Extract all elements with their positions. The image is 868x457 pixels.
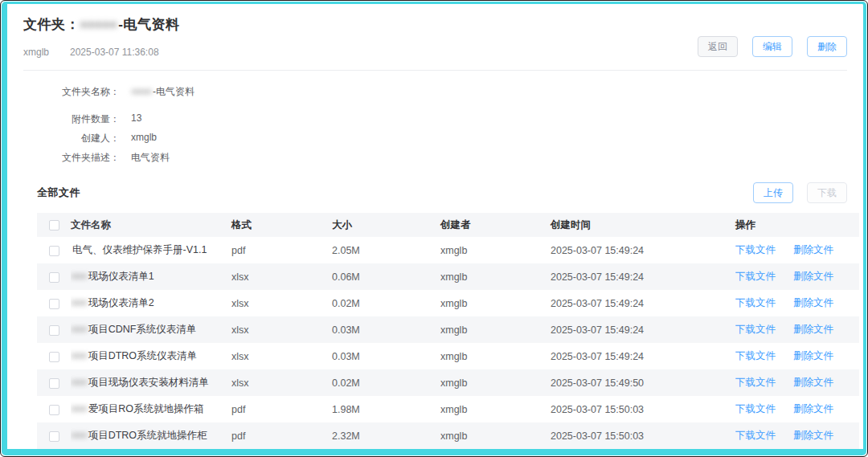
download-file-link[interactable]: 下载文件 (735, 297, 776, 308)
file-name: 项目DTRO系统仪表清单 (88, 350, 197, 361)
file-actions-cell: 下载文件删除文件 (735, 396, 859, 422)
file-creator: xmglb (440, 237, 551, 263)
detail-value: 13 (131, 112, 141, 126)
delete-file-link[interactable]: 删除文件 (793, 324, 833, 335)
redacted-text: ■■■ (71, 271, 87, 282)
select-all-checkbox[interactable] (49, 220, 59, 231)
header-button-group: 返回 编辑 删除 (698, 36, 847, 57)
back-button[interactable]: 返回 (698, 36, 738, 57)
file-actions-cell: 下载文件删除文件 (735, 369, 859, 396)
file-size: 2.05M (332, 237, 440, 263)
file-created-time: 2025-03-07 15:49:50 (551, 369, 735, 396)
table-row: 电气、仪表维护保养手册-V1.1 pdf 2.05M xmglb 2025-03… (37, 237, 859, 263)
detail-row-folder-name: 文件夹名称： ■■■■-电气资料 (23, 85, 847, 99)
file-creator: xmglb (440, 369, 551, 396)
file-format: pdf (231, 422, 332, 449)
delete-file-link[interactable]: 删除文件 (793, 271, 833, 282)
file-size: 0.03M (332, 316, 440, 343)
file-format: pdf (231, 237, 332, 263)
file-created-time: 2025-03-07 15:49:24 (551, 290, 735, 316)
file-name: 现场仪表清单2 (88, 297, 154, 308)
window-frame: 文件夹：■■■■■-电气资料 xmglb 2025-03-07 11:36:08… (0, 0, 868, 457)
file-name-cell: ■■■爱项目RO系统就地操作箱 (71, 396, 231, 422)
file-name: 爱项目RO系统就地操作箱 (88, 403, 204, 414)
row-checkbox[interactable] (49, 405, 59, 415)
table-row: ■■■项目DTRO系统仪表清单 xlsx 0.03M xmglb 2025-03… (37, 343, 859, 369)
header-file-name: 文件名称 (71, 213, 231, 237)
file-table-body: 电气、仪表维护保养手册-V1.1 pdf 2.05M xmglb 2025-03… (37, 237, 859, 449)
file-name-cell: ■■■现场仪表清单1 (71, 263, 231, 290)
delete-file-link[interactable]: 删除文件 (793, 377, 833, 388)
download-file-link[interactable]: 下载文件 (735, 350, 776, 361)
file-name-cell: ■■■项目DTRO系统仪表清单 (71, 343, 231, 369)
redacted-text: ■■■ (71, 403, 87, 414)
file-format: pdf (231, 396, 332, 422)
file-size: 0.02M (332, 369, 440, 396)
file-created-time: 2025-03-07 15:49:24 (551, 263, 735, 290)
file-format: xlsx (231, 343, 332, 369)
file-creator: xmglb (440, 263, 551, 290)
row-checkbox[interactable] (49, 378, 59, 389)
detail-label: 文件夹名称： (23, 85, 120, 99)
file-created-time: 2025-03-07 15:49:24 (551, 343, 735, 369)
files-section-title: 全部文件 (37, 186, 80, 200)
upload-button[interactable]: 上传 (753, 182, 793, 203)
download-file-link[interactable]: 下载文件 (735, 430, 776, 441)
delete-file-link[interactable]: 删除文件 (793, 244, 833, 255)
file-size: 1.98M (332, 396, 440, 422)
row-checkbox[interactable] (49, 299, 59, 309)
file-format: xlsx (231, 369, 332, 396)
redacted-text: ■■■ (71, 297, 87, 308)
delete-file-link[interactable]: 删除文件 (793, 430, 833, 441)
title-suffix: -电气资料 (118, 17, 179, 32)
table-row: ■■■项目DTRO系统就地操作柜 pdf 2.32M xmglb 2025-03… (37, 422, 859, 449)
file-name: 项目DTRO系统就地操作柜 (88, 430, 207, 441)
table-row: ■■■现场仪表清单1 xlsx 0.06M xmglb 2025-03-07 1… (37, 263, 859, 290)
file-actions-cell: 下载文件删除文件 (735, 422, 859, 449)
delete-button[interactable]: 删除 (807, 36, 847, 57)
table-row: ■■■项目CDNF系统仪表清单 xlsx 0.03M xmglb 2025-03… (37, 316, 859, 343)
files-button-group: 上传 下载 (753, 182, 847, 203)
file-name: 项目现场仪表安装材料清单 (88, 377, 209, 388)
file-actions-cell: 下载文件删除文件 (735, 290, 859, 316)
download-file-link[interactable]: 下载文件 (735, 403, 776, 414)
download-file-link[interactable]: 下载文件 (735, 244, 776, 255)
row-checkbox[interactable] (49, 272, 59, 283)
title-redacted-text: ■■■■■ (80, 17, 117, 32)
file-actions-cell: 下载文件删除文件 (735, 316, 859, 343)
delete-file-link[interactable]: 删除文件 (793, 350, 833, 361)
row-checkbox[interactable] (49, 352, 59, 362)
page-title: 文件夹：■■■■■-电气资料 (23, 15, 847, 34)
folder-creator: xmglb (23, 47, 49, 58)
row-checkbox[interactable] (49, 431, 59, 442)
file-created-time: 2025-03-07 15:49:24 (551, 237, 735, 263)
edit-button[interactable]: 编辑 (752, 36, 792, 57)
detail-value: 电气资料 (131, 151, 170, 165)
file-actions-cell: 下载文件删除文件 (735, 343, 859, 369)
header-size: 大小 (332, 213, 440, 237)
delete-file-link[interactable]: 删除文件 (793, 297, 833, 308)
file-created-time: 2025-03-07 15:49:24 (551, 316, 735, 343)
download-file-link[interactable]: 下载文件 (735, 377, 776, 388)
row-checkbox[interactable] (49, 325, 59, 336)
file-name: 项目CDNF系统仪表清单 (88, 324, 197, 335)
title-prefix: 文件夹： (23, 17, 80, 32)
file-creator: xmglb (440, 290, 551, 316)
detail-row-attachment-count: 附件数量： 13 (23, 112, 847, 126)
file-created-time: 2025-03-07 15:50:03 (551, 422, 735, 449)
file-size: 0.03M (332, 343, 440, 369)
file-created-time: 2025-03-07 15:50:03 (551, 396, 735, 422)
download-file-link[interactable]: 下载文件 (735, 271, 776, 282)
folder-created-time: 2025-03-07 11:36:08 (70, 47, 159, 58)
delete-file-link[interactable]: 删除文件 (793, 403, 833, 414)
detail-label: 创建人： (23, 132, 120, 145)
row-checkbox[interactable] (49, 246, 59, 256)
table-header-row: 文件名称 格式 大小 创建者 创建时间 操作 (37, 213, 859, 237)
header-created-time: 创建时间 (551, 213, 735, 237)
file-name: 电气、仪表维护保养手册-V1.1 (72, 244, 207, 255)
detail-label: 文件夹描述： (23, 151, 120, 165)
download-file-link[interactable]: 下载文件 (735, 324, 776, 335)
header-format: 格式 (231, 213, 332, 237)
redacted-text: ■■■ (71, 324, 87, 335)
download-button[interactable]: 下载 (807, 182, 847, 203)
